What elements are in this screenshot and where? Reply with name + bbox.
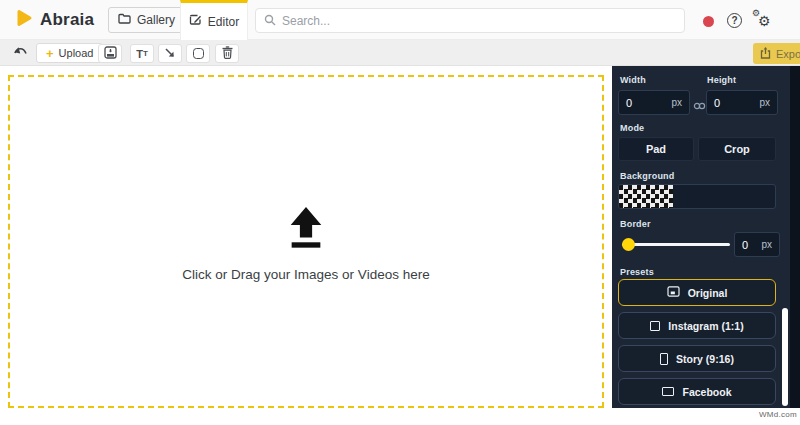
tab-gallery-label: Gallery bbox=[137, 13, 175, 27]
preset-original-button[interactable]: Original bbox=[618, 279, 776, 306]
border-value-input[interactable]: 0 px bbox=[734, 232, 780, 257]
preset-facebook-button[interactable]: Facebook bbox=[618, 378, 776, 405]
tab-gallery[interactable]: Gallery bbox=[108, 7, 185, 33]
settings-gear-icon[interactable]: ⚙ ⚙ bbox=[752, 9, 774, 31]
presets-label: Presets bbox=[620, 267, 654, 277]
upload-dropzone[interactable]: Click or Drag your Images or Videos here bbox=[8, 75, 604, 408]
resize-tool-button[interactable] bbox=[158, 44, 182, 63]
link-dimensions-icon[interactable] bbox=[693, 97, 705, 107]
width-input[interactable]: 0 px bbox=[618, 90, 690, 115]
transparency-checker bbox=[619, 185, 673, 208]
background-color-swatch[interactable] bbox=[618, 184, 776, 209]
mode-pad-label: Pad bbox=[646, 143, 666, 155]
border-slider-track[interactable] bbox=[622, 243, 730, 246]
border-unit: px bbox=[761, 239, 772, 250]
preset-story-button[interactable]: Story (9:16) bbox=[618, 345, 776, 372]
header-bar: Abraia Gallery Editor ? ⚙ ⚙ bbox=[0, 0, 800, 40]
border-slider-thumb[interactable] bbox=[622, 238, 635, 251]
sidebar-edge-strip bbox=[790, 66, 800, 408]
diagonal-arrow-icon bbox=[164, 45, 176, 63]
preset-facebook-label: Facebook bbox=[682, 386, 731, 398]
export-icon bbox=[760, 46, 771, 61]
help-glyph: ? bbox=[731, 15, 737, 26]
shape-tool-button[interactable] bbox=[186, 44, 210, 63]
search-icon bbox=[264, 12, 276, 30]
undo-arrow-icon bbox=[12, 46, 30, 63]
background-label: Background bbox=[620, 171, 675, 181]
export-button[interactable]: Export bbox=[753, 43, 800, 64]
mode-label: Mode bbox=[620, 123, 644, 133]
preset-instagram-label: Instagram (1:1) bbox=[668, 320, 743, 332]
folder-icon bbox=[118, 13, 131, 27]
trash-icon bbox=[222, 45, 233, 63]
border-label: Border bbox=[620, 219, 651, 229]
mode-crop-label: Crop bbox=[724, 143, 750, 155]
record-indicator-dot bbox=[703, 16, 714, 27]
height-value: 0 bbox=[714, 97, 720, 109]
square-ratio-icon bbox=[650, 321, 660, 331]
width-unit: px bbox=[671, 97, 682, 108]
portrait-ratio-icon bbox=[660, 353, 668, 365]
big-gear-glyph: ⚙ bbox=[758, 14, 771, 28]
save-icon bbox=[104, 45, 117, 63]
image-icon bbox=[667, 286, 680, 299]
upload-button[interactable]: + Upload bbox=[36, 43, 103, 63]
editor-toolbar: + Upload TT Expor bbox=[0, 40, 800, 66]
upload-button-label: Upload bbox=[59, 47, 94, 59]
rounded-rect-icon bbox=[193, 48, 204, 59]
width-value: 0 bbox=[626, 97, 632, 109]
export-button-label: Export bbox=[776, 48, 800, 60]
editor-icon bbox=[189, 14, 202, 29]
plus-icon: + bbox=[46, 47, 54, 60]
text-tool-icon-small: T bbox=[143, 49, 148, 58]
watermark-text: WMd.com bbox=[759, 410, 797, 419]
upload-arrow-icon bbox=[283, 205, 329, 253]
save-tool-button[interactable] bbox=[98, 44, 122, 63]
border-value: 0 bbox=[742, 239, 748, 251]
dropzone-content: Click or Drag your Images or Videos here bbox=[10, 205, 602, 282]
search-box[interactable] bbox=[255, 8, 685, 33]
landscape-ratio-icon bbox=[662, 387, 674, 396]
help-icon[interactable]: ? bbox=[727, 13, 742, 28]
undo-button[interactable] bbox=[12, 44, 30, 62]
search-input[interactable] bbox=[282, 14, 676, 28]
text-tool-button[interactable]: TT bbox=[130, 44, 154, 63]
app-window: Abraia Gallery Editor ? ⚙ ⚙ bbox=[0, 0, 800, 425]
tab-editor-label: Editor bbox=[208, 15, 239, 29]
width-label: Width bbox=[620, 75, 646, 85]
height-unit: px bbox=[759, 97, 770, 108]
text-tool-icon: T bbox=[136, 48, 143, 60]
brand-name: Abraia bbox=[40, 10, 94, 30]
mode-crop-button[interactable]: Crop bbox=[698, 137, 776, 161]
mode-pad-button[interactable]: Pad bbox=[618, 137, 694, 161]
sidebar-scrollbar-thumb[interactable] bbox=[782, 308, 788, 406]
delete-tool-button[interactable] bbox=[215, 44, 239, 63]
brand-logo[interactable]: Abraia bbox=[14, 8, 94, 32]
preset-story-label: Story (9:16) bbox=[676, 353, 734, 365]
resize-options-panel: Width Height 0 px 0 px Mode Pad Crop Bac… bbox=[612, 66, 800, 408]
height-label: Height bbox=[707, 75, 736, 85]
dropzone-text: Click or Drag your Images or Videos here bbox=[182, 267, 429, 282]
preset-instagram-button[interactable]: Instagram (1:1) bbox=[618, 312, 776, 339]
height-input[interactable]: 0 px bbox=[706, 90, 778, 115]
preset-original-label: Original bbox=[688, 287, 728, 299]
play-logo-icon bbox=[14, 8, 34, 32]
tab-editor[interactable]: Editor bbox=[180, 0, 248, 40]
